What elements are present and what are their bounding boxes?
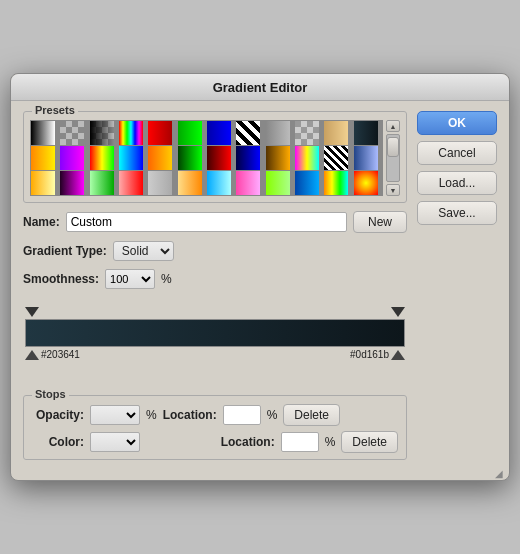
resize-handle[interactable]: ◢ (495, 468, 507, 480)
smoothness-label: Smoothness: (23, 272, 99, 286)
opacity-input[interactable] (90, 405, 140, 425)
cancel-button[interactable]: Cancel (417, 141, 497, 165)
presets-group: Presets (23, 111, 407, 203)
left-bottom-marker[interactable] (25, 350, 39, 360)
presets-scrollbar: ▲ ▼ (386, 120, 400, 196)
bottom-resize-area: ◢ (11, 472, 509, 480)
preset-swatch[interactable] (90, 121, 114, 145)
gradient-type-label: Gradient Type: (23, 244, 107, 258)
scroll-track (386, 134, 400, 182)
smoothness-input[interactable]: 100 (105, 269, 155, 289)
preset-swatch[interactable] (178, 146, 202, 170)
presets-container: ▲ ▼ (30, 120, 400, 196)
preset-swatch[interactable] (90, 171, 114, 195)
color-label: Color: (32, 435, 84, 449)
scroll-down-button[interactable]: ▼ (386, 184, 400, 196)
gradient-type-row: Gradient Type: Solid Noise (23, 241, 407, 261)
dialog-title: Gradient Editor (11, 74, 509, 101)
color-location-input[interactable] (281, 432, 319, 452)
stops-label: Stops (32, 388, 69, 400)
preset-swatch[interactable] (60, 121, 84, 145)
right-panel: OK Cancel Load... Save... (417, 111, 497, 460)
color-stop-row: Color: Location: % Delete (32, 431, 398, 453)
preset-swatch[interactable] (178, 121, 202, 145)
presets-label: Presets (32, 104, 78, 116)
preset-swatch[interactable] (207, 121, 231, 145)
preset-swatch[interactable] (324, 146, 348, 170)
preset-swatch[interactable] (90, 146, 114, 170)
preset-swatch[interactable] (266, 171, 290, 195)
name-row: Name: New (23, 211, 407, 233)
preset-swatch[interactable] (236, 146, 260, 170)
save-button[interactable]: Save... (417, 201, 497, 225)
preset-swatch[interactable] (207, 171, 231, 195)
scroll-up-button[interactable]: ▲ (386, 120, 400, 132)
preset-swatch[interactable] (31, 146, 55, 170)
preset-swatch[interactable] (60, 171, 84, 195)
preset-swatch[interactable] (148, 146, 172, 170)
opacity-stop-row: Opacity: % Location: % Delete (32, 404, 398, 426)
load-button[interactable]: Load... (417, 171, 497, 195)
preset-swatch[interactable] (31, 171, 55, 195)
top-stop-markers (25, 305, 405, 319)
smoothness-row: Smoothness: 100 % (23, 269, 407, 289)
preset-swatch[interactable] (148, 171, 172, 195)
opacity-delete-button[interactable]: Delete (283, 404, 340, 426)
preset-swatch[interactable] (295, 146, 319, 170)
bottom-stop-area: #203641 #0d161b (25, 349, 405, 367)
dialog-body: Presets (11, 101, 509, 472)
left-stop-top-marker[interactable] (25, 307, 39, 317)
preset-swatch[interactable] (266, 146, 290, 170)
preset-swatch[interactable] (266, 121, 290, 145)
opacity-label: Opacity: (32, 408, 84, 422)
preset-swatch[interactable] (119, 146, 143, 170)
color-delete-button[interactable]: Delete (341, 431, 398, 453)
preset-swatch[interactable] (119, 121, 143, 145)
preset-swatch[interactable] (148, 121, 172, 145)
right-bottom-marker[interactable] (391, 350, 405, 360)
name-label: Name: (23, 215, 60, 229)
preset-swatch[interactable] (119, 171, 143, 195)
right-color-label: #0d161b (350, 349, 389, 360)
preset-swatch[interactable] (60, 146, 84, 170)
smoothness-percent: % (161, 272, 172, 286)
opacity-location-input[interactable] (223, 405, 261, 425)
name-input[interactable] (66, 212, 347, 232)
gradient-bar[interactable] (25, 319, 405, 347)
preset-swatch[interactable] (324, 171, 348, 195)
preset-swatch[interactable] (178, 171, 202, 195)
preset-swatch[interactable] (236, 121, 260, 145)
scroll-thumb[interactable] (387, 137, 399, 157)
stops-group: Stops Opacity: % Location: % Delete Colo… (23, 395, 407, 460)
left-panel: Presets (23, 111, 407, 460)
preset-swatch[interactable] (295, 171, 319, 195)
preset-swatch[interactable] (354, 171, 378, 195)
preset-swatch[interactable] (207, 146, 231, 170)
preset-swatch[interactable] (324, 121, 348, 145)
opacity-percent: % (146, 408, 157, 422)
opacity-location-percent: % (267, 408, 278, 422)
color-location-percent: % (325, 435, 336, 449)
ok-button[interactable]: OK (417, 111, 497, 135)
color-input[interactable] (90, 432, 140, 452)
gradient-editor-dialog: Gradient Editor Presets (10, 73, 510, 481)
left-color-label: #203641 (41, 349, 80, 360)
presets-grid (30, 120, 383, 196)
left-stop-bottom: #203641 (25, 349, 80, 360)
new-button[interactable]: New (353, 211, 407, 233)
color-location-label: Location: (221, 435, 275, 449)
gradient-bar-area: #203641 #0d161b (23, 297, 407, 387)
right-stop-bottom: #0d161b (350, 349, 405, 360)
preset-swatch[interactable] (31, 121, 55, 145)
opacity-location-label: Location: (163, 408, 217, 422)
dialog-title-text: Gradient Editor (213, 80, 308, 95)
preset-swatch[interactable] (236, 171, 260, 195)
preset-swatch[interactable] (354, 146, 378, 170)
preset-swatch[interactable] (354, 121, 378, 145)
gradient-type-select[interactable]: Solid Noise (113, 241, 174, 261)
preset-swatch[interactable] (295, 121, 319, 145)
right-stop-top-marker[interactable] (391, 307, 405, 317)
